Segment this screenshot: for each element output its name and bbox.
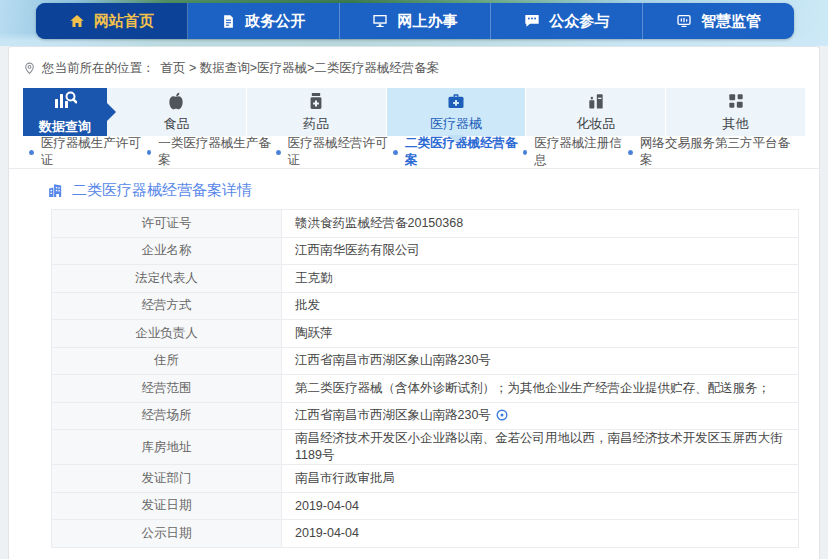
nav-item-label: 政务公开 <box>245 12 305 31</box>
nav-item-4[interactable]: 公众参与 <box>491 3 643 39</box>
table-row: 住所江西省南昌市西湖区象山南路230号 <box>52 347 799 375</box>
row-label: 企业名称 <box>52 237 282 265</box>
tab-label: 化妆品 <box>576 115 615 133</box>
row-label: 经营范围 <box>52 375 282 403</box>
table-row: 许可证号赣洪食药监械经营备20150368 <box>52 210 799 238</box>
subnav-link-label: 医疗器械注册信息 <box>534 135 628 169</box>
top-nav: 网站首页政务公开网上办事公众参与智慧监管 <box>36 3 794 39</box>
row-label: 企业负责人 <box>52 320 282 348</box>
tab-data-query[interactable]: 数据查询 <box>23 88 107 136</box>
nav-item-5[interactable]: 智慧监管 <box>643 3 794 39</box>
chat-icon <box>524 13 540 29</box>
tab-label: 医疗器械 <box>430 115 482 133</box>
row-label: 发证日期 <box>52 492 282 520</box>
row-label: 经营场所 <box>52 402 282 430</box>
tab-label: 食品 <box>163 115 189 133</box>
subnav-link-label: 一类医疗器械生产备案 <box>158 135 276 169</box>
row-value-cell: 江西省南昌市西湖区象山南路230号 <box>282 402 799 430</box>
home-icon <box>69 13 85 29</box>
breadcrumb-path[interactable]: 首页 > 数据查询>医疗器械>二类医疗器械经营备案 <box>161 60 440 77</box>
subnav-link-3[interactable]: 医疗器械经营许可证 <box>276 135 394 169</box>
row-value-cell: 2019-04-04 <box>282 492 799 520</box>
row-label: 法定代表人 <box>52 265 282 293</box>
row-label: 库房地址 <box>52 430 282 465</box>
nav-item-2[interactable]: 政务公开 <box>188 3 340 39</box>
breadcrumb: 您当前所在的位置： 首页 > 数据查询>医疗器械>二类医疗器械经营备案 <box>9 47 819 86</box>
row-value-cell: 陶跃萍 <box>282 320 799 348</box>
tab-1[interactable]: 食品 <box>107 88 247 136</box>
bullet-dot-icon <box>147 150 152 155</box>
bullet-dot-icon <box>276 150 281 155</box>
subnav-link-6[interactable]: 网络交易服务第三方平台备案 <box>628 135 793 169</box>
row-value: 江西省南昌市西湖区象山南路230号 <box>295 353 491 367</box>
row-value: 批发 <box>295 298 320 312</box>
subnav-link-2[interactable]: 一类医疗器械生产备案 <box>147 135 276 169</box>
table-row: 发证部门南昌市行政审批局 <box>52 465 799 493</box>
row-label: 公示日期 <box>52 520 282 548</box>
grid-icon <box>726 91 746 111</box>
row-value-cell: 批发 <box>282 292 799 320</box>
table-row: 经营场所江西省南昌市西湖区象山南路230号 <box>52 402 799 430</box>
nav-item-label: 网站首页 <box>94 12 154 31</box>
tab-5[interactable]: 其他 <box>666 88 805 136</box>
bullet-dot-icon <box>29 150 34 155</box>
nav-item-label: 智慧监管 <box>701 12 761 31</box>
row-value: 王克勤 <box>295 271 333 285</box>
bullet-dot-icon <box>523 150 528 155</box>
tab-data-query-label: 数据查询 <box>39 118 91 136</box>
subnav-link-label: 医疗器械经营许可证 <box>288 135 394 169</box>
nav-item-3[interactable]: 网上办事 <box>340 3 492 39</box>
row-value: 江西省南昌市西湖区象山南路230号 <box>295 408 491 422</box>
page-title-text: 二类医疗器械经营备案详情 <box>72 181 252 200</box>
row-value: 2019-04-04 <box>295 526 359 540</box>
page-title: 二类医疗器械经营备案详情 <box>47 181 819 200</box>
row-value: 赣洪食药监械经营备20150368 <box>295 216 463 230</box>
subnav-link-label: 医疗器械生产许可证 <box>41 135 147 169</box>
category-tabstrip: 数据查询 食品药品医疗器械化妆品其他 <box>23 88 805 136</box>
tab-label: 其他 <box>723 115 749 133</box>
subnav-link-label: 网络交易服务第三方平台备案 <box>640 135 793 169</box>
nav-item-label: 网上办事 <box>397 12 457 31</box>
row-label: 住所 <box>52 347 282 375</box>
tab-2[interactable]: 药品 <box>247 88 387 136</box>
building-icon <box>47 182 64 199</box>
table-row: 法定代表人王克勤 <box>52 265 799 293</box>
row-label: 发证部门 <box>52 465 282 493</box>
nav-item-1[interactable]: 网站首页 <box>36 3 188 39</box>
screen-icon <box>676 13 692 29</box>
row-value: 江西南华医药有限公司 <box>295 243 420 257</box>
row-value: 南昌经济技术开发区小企业路以南、金若公司用地以西，南昌经济技术开发区玉屏西大街1… <box>295 431 783 462</box>
row-value-cell: 第二类医疗器械（含体外诊断试剂）；为其他企业生产经营企业提供贮存、配送服务； <box>282 375 799 403</box>
row-value: 南昌市行政审批局 <box>295 471 395 485</box>
table-row: 企业负责人陶跃萍 <box>52 320 799 348</box>
tab-3[interactable]: 医疗器械 <box>387 88 527 136</box>
row-value-cell: 赣洪食药监械经营备20150368 <box>282 210 799 238</box>
row-label: 许可证号 <box>52 210 282 238</box>
tab-label: 药品 <box>303 115 329 133</box>
row-value-cell: 南昌市行政审批局 <box>282 465 799 493</box>
nav-item-label: 公众参与 <box>549 12 609 31</box>
table-row: 公示日期2019-04-04 <box>52 520 799 548</box>
table-row: 企业名称江西南华医药有限公司 <box>52 237 799 265</box>
row-value-cell: 王克勤 <box>282 265 799 293</box>
map-location-icon[interactable] <box>495 408 509 422</box>
row-value-cell: 江西省南昌市西湖区象山南路230号 <box>282 347 799 375</box>
bullet-dot-icon <box>628 150 633 155</box>
header-photo: 网站首页政务公开网上办事公众参与智慧监管 <box>0 0 828 46</box>
document-icon <box>221 14 236 29</box>
table-row: 发证日期2019-04-04 <box>52 492 799 520</box>
table-row: 库房地址南昌经济技术开发区小企业路以南、金若公司用地以西，南昌经济技术开发区玉屏… <box>52 430 799 465</box>
tab-4[interactable]: 化妆品 <box>526 88 666 136</box>
monitor-icon <box>372 13 388 29</box>
row-value-cell: 南昌经济技术开发区小企业路以南、金若公司用地以西，南昌经济技术开发区玉屏西大街1… <box>282 430 799 465</box>
row-value-cell: 江西南华医药有限公司 <box>282 237 799 265</box>
row-value-cell: 2019-04-04 <box>282 520 799 548</box>
row-label: 经营方式 <box>52 292 282 320</box>
subnav-link-5[interactable]: 医疗器械注册信息 <box>523 135 629 169</box>
data-search-icon <box>53 88 77 115</box>
detail-table: 许可证号赣洪食药监械经营备20150368企业名称江西南华医药有限公司法定代表人… <box>51 209 799 548</box>
row-value: 第二类医疗器械（含体外诊断试剂）；为其他企业生产经营企业提供贮存、配送服务； <box>295 381 770 395</box>
subnav-link-1[interactable]: 医疗器械生产许可证 <box>29 135 147 169</box>
row-value: 陶跃萍 <box>295 326 333 340</box>
table-row: 经营方式批发 <box>52 292 799 320</box>
